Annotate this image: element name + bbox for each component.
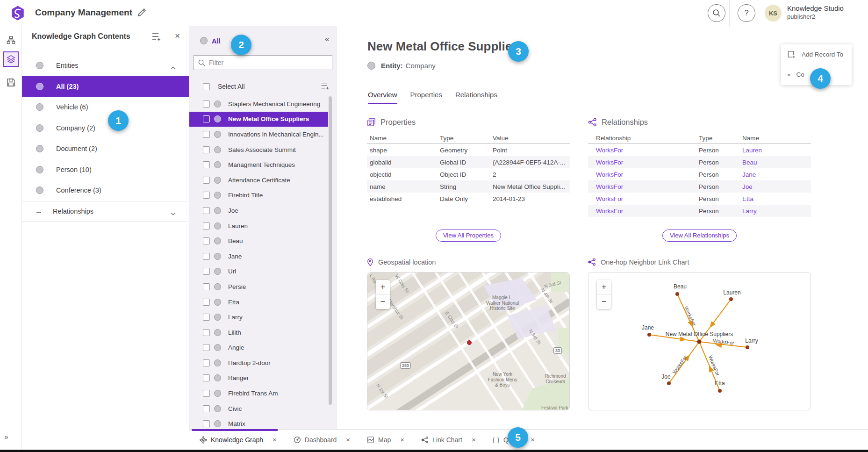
- entities-section-header[interactable]: Entities: [22, 55, 189, 76]
- app-logo-icon[interactable]: [10, 5, 26, 21]
- record-tab[interactable]: Relationships: [455, 91, 497, 104]
- entity-checkbox[interactable]: [203, 253, 210, 260]
- entity-checkbox[interactable]: [203, 237, 210, 244]
- related-entity-link[interactable]: Etta: [742, 195, 811, 202]
- tab-link-chart[interactable]: Link Chart ×: [421, 436, 476, 444]
- select-all-checkbox[interactable]: [203, 83, 210, 90]
- entity-list-item[interactable]: Matrix: [189, 416, 328, 429]
- entity-checkbox[interactable]: [203, 207, 210, 214]
- close-tab-icon[interactable]: ×: [400, 436, 404, 444]
- add-record-to-menu-item[interactable]: Add Record To: [781, 44, 852, 65]
- geospatial-map[interactable]: + − k Rd W Clay St W Marshall St E Clay …: [367, 272, 570, 410]
- related-entity-link[interactable]: Larry: [742, 208, 811, 215]
- new-list-icon[interactable]: [151, 32, 161, 42]
- entity-checkbox[interactable]: [203, 131, 210, 138]
- close-panel-icon[interactable]: ×: [175, 31, 180, 41]
- expand-rail-icon[interactable]: »: [4, 433, 8, 441]
- entity-list-item[interactable]: Civic: [189, 401, 328, 416]
- tab-map[interactable]: Map ×: [367, 436, 404, 444]
- entity-checkbox[interactable]: [203, 100, 210, 108]
- entity-list-item[interactable]: Sales Associate Summit: [189, 142, 328, 158]
- avatar[interactable]: KS: [765, 5, 782, 22]
- record-tab[interactable]: Overview: [368, 91, 397, 104]
- related-entity-link[interactable]: Lauren: [742, 147, 811, 154]
- entity-checkbox[interactable]: [203, 359, 210, 366]
- account-info[interactable]: Knowledge Studio publisher2: [787, 4, 844, 21]
- entity-checkbox[interactable]: [203, 283, 210, 290]
- entity-checkbox[interactable]: [203, 222, 210, 230]
- link-chart-zoom-in-button[interactable]: +: [597, 280, 611, 294]
- entity-checkbox[interactable]: [203, 192, 210, 199]
- close-tab-icon[interactable]: ×: [346, 436, 350, 444]
- entity-checkbox[interactable]: [203, 329, 210, 336]
- entity-list-scrollbar[interactable]: [329, 96, 332, 405]
- record-tab[interactable]: Properties: [410, 91, 442, 104]
- map-zoom-in-button[interactable]: +: [376, 280, 390, 294]
- layers-icon[interactable]: [3, 51, 19, 67]
- entity-list-item[interactable]: Larry: [189, 309, 328, 325]
- help-button[interactable]: ?: [738, 4, 755, 22]
- relationship-link[interactable]: WorksFor: [588, 147, 699, 154]
- close-tab-icon[interactable]: ×: [472, 436, 476, 444]
- entity-checkbox[interactable]: [203, 299, 210, 306]
- relationships-section-header[interactable]: → Relationships: [22, 201, 189, 222]
- filter-input[interactable]: [209, 59, 321, 66]
- entity-checkbox[interactable]: [203, 146, 210, 153]
- close-tab-icon[interactable]: ×: [273, 436, 277, 444]
- entity-checkbox[interactable]: [203, 314, 210, 321]
- entity-list-item[interactable]: Attendance Certificate: [189, 172, 328, 188]
- entity-checkbox[interactable]: [203, 390, 210, 397]
- entity-list-item[interactable]: Ranger: [189, 371, 328, 386]
- relationship-link[interactable]: WorksFor: [588, 159, 699, 166]
- relationship-link[interactable]: WorksFor: [588, 208, 699, 215]
- related-entity-link[interactable]: Joe: [742, 183, 811, 190]
- tab-dashboard[interactable]: Dashboard ×: [294, 436, 350, 444]
- entity-list-item[interactable]: Lauren: [189, 218, 328, 234]
- entity-list-item[interactable]: Beau: [189, 233, 328, 249]
- collapse-panel-icon[interactable]: «: [325, 35, 329, 44]
- center-node-label[interactable]: New Metal Office Suppliers: [666, 331, 733, 337]
- link-chart[interactable]: + − Beau Lauren Jane New Metal Office Su…: [588, 272, 811, 410]
- entity-checkbox[interactable]: [203, 344, 210, 351]
- node-label[interactable]: Lauren: [723, 289, 740, 296]
- entity-type-row[interactable]: Conference (3): [22, 180, 189, 201]
- entity-type-row[interactable]: Person (10): [22, 159, 189, 180]
- entity-list-item[interactable]: Uri: [189, 264, 328, 280]
- entity-type-row[interactable]: Document (2): [22, 138, 189, 159]
- entity-list-item[interactable]: Joe: [189, 203, 328, 218]
- entity-checkbox[interactable]: [203, 420, 210, 427]
- entity-checkbox[interactable]: [203, 161, 210, 168]
- entity-checkbox[interactable]: [203, 405, 210, 412]
- entity-list-item[interactable]: Firebird Title: [189, 188, 328, 203]
- entity-list-item[interactable]: Managment Techniques: [189, 157, 328, 172]
- entity-list-item[interactable]: Persie: [189, 279, 328, 294]
- data-model-icon[interactable]: [3, 32, 19, 48]
- relationship-link[interactable]: WorksFor: [588, 195, 699, 202]
- chevron-down-icon[interactable]: [171, 209, 176, 213]
- entity-list-item[interactable]: Firebird Trans Am: [189, 386, 328, 401]
- save-icon[interactable]: [3, 75, 19, 90]
- view-all-properties-button[interactable]: View All Properties: [436, 230, 501, 242]
- entity-list-item[interactable]: New Metal Office Suppliers: [189, 112, 328, 127]
- node-label[interactable]: Joe: [661, 373, 670, 380]
- entity-list-item[interactable]: Angie: [189, 340, 328, 356]
- node-label[interactable]: Beau: [674, 283, 687, 290]
- select-all-row[interactable]: Select All: [189, 79, 328, 94]
- entity-list-item[interactable]: Lilith: [189, 325, 328, 340]
- entity-checkbox[interactable]: [203, 115, 210, 122]
- map-zoom-out-button[interactable]: −: [376, 294, 390, 309]
- relationship-link[interactable]: WorksFor: [588, 171, 699, 178]
- tab-knowledge-graph[interactable]: Knowledge Graph ×: [200, 436, 277, 444]
- node-label[interactable]: Jane: [642, 324, 654, 331]
- entity-list-item[interactable]: Staplers Mechanical Engineering: [189, 96, 328, 112]
- add-to-list-icon[interactable]: [320, 81, 330, 91]
- close-tab-icon[interactable]: ×: [531, 436, 535, 444]
- entity-list-item[interactable]: Innovations in Mechanical Engin...: [189, 127, 328, 142]
- related-entity-link[interactable]: Beau: [742, 159, 811, 166]
- link-chart-zoom-out-button[interactable]: −: [597, 294, 611, 309]
- entity-checkbox[interactable]: [203, 374, 210, 381]
- entity-type-row[interactable]: All (23): [22, 76, 189, 97]
- view-all-relationships-button[interactable]: View All Relationships: [662, 230, 737, 242]
- entity-list-item[interactable]: Jane: [189, 249, 328, 264]
- entity-type-row[interactable]: Company (2): [22, 118, 189, 139]
